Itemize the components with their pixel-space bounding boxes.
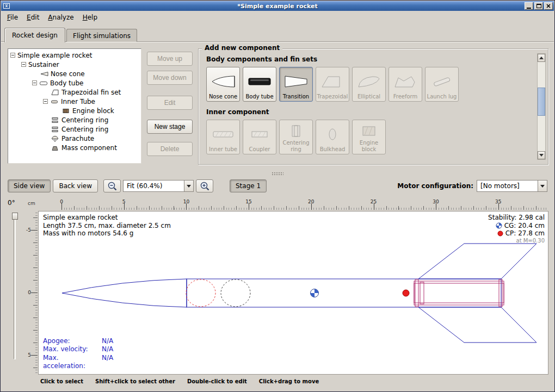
nose-cone-shape[interactable] — [62, 279, 187, 307]
collapse-icon[interactable] — [10, 53, 15, 58]
scrollbar-thumb[interactable] — [538, 88, 545, 116]
stage-1-toggle[interactable]: Stage 1 — [230, 179, 267, 192]
tree-item-label: Inner Tube — [61, 98, 95, 105]
component-button-label: Bulkhead — [320, 146, 346, 153]
dropdown-button[interactable] — [184, 181, 193, 191]
scroll-up-button[interactable] — [538, 54, 545, 62]
tree-item-inner-tube[interactable]: Inner Tube — [8, 97, 141, 106]
cp-value: CP: 27.8 cm — [505, 229, 545, 238]
zoom-in-button[interactable] — [196, 179, 213, 192]
menu-edit[interactable]: Edit — [22, 12, 44, 23]
tree-item-label: Mass component — [61, 144, 117, 152]
component-scrollbar[interactable] — [537, 53, 546, 160]
scroll-down-button[interactable] — [538, 151, 545, 159]
zoom-out-button[interactable] — [103, 179, 121, 192]
tree-item-mass-component[interactable]: Mass component — [8, 143, 141, 152]
tree-item-parachute[interactable]: Parachute — [8, 134, 141, 143]
tab-strip: Rocket design Flight simulations — [1, 25, 554, 42]
inner-components-row: Inner tube Coupler Centering ring Bulkhe… — [206, 120, 548, 154]
fin-lower-shape[interactable] — [418, 307, 536, 343]
tree-item-sustainer[interactable]: Sustainer — [8, 60, 141, 69]
parachute-shape[interactable] — [186, 279, 215, 307]
ruler-ticks — [31, 211, 38, 375]
engine-block-icon — [61, 108, 70, 114]
motor-configuration-select[interactable]: [No motors] — [477, 180, 547, 192]
hint-shift-click: Shift+click to select other — [95, 378, 175, 384]
fin-upper-shape[interactable] — [418, 244, 536, 279]
transition-icon — [283, 70, 309, 94]
rotation-angle-label: 0° — [8, 199, 15, 207]
tree-item-rocket[interactable]: Simple example rocket — [8, 51, 141, 60]
body-components-label: Body components and fin sets — [206, 55, 548, 63]
tree-item-centering-ring[interactable]: Centering ring — [8, 125, 141, 134]
component-button-label: Launch lug — [427, 94, 457, 100]
back-view-button[interactable]: Back view — [53, 179, 98, 192]
component-button-transition[interactable]: Transition — [279, 67, 313, 102]
triangle-down-icon — [539, 154, 544, 157]
maximize-button[interactable] — [534, 2, 543, 10]
nose-cone-icon — [211, 70, 236, 94]
rotation-slider[interactable] — [12, 213, 18, 359]
engine-block-shape[interactable] — [420, 282, 424, 304]
add-component-panel: Add new component Body components and fi… — [198, 48, 548, 165]
component-button-engine-block: Engine block — [352, 120, 386, 154]
nose-cone-icon — [40, 71, 48, 77]
slider-handle[interactable] — [12, 213, 18, 220]
ruler-ticks — [61, 203, 548, 210]
engine-block-icon — [356, 122, 381, 140]
tree-item-centering-ring[interactable]: Centering ring — [8, 115, 141, 125]
view-toolbar: Side view Back view Fit (60.4%) Stage 1 … — [8, 179, 547, 193]
inner-tube-wall-shape[interactable] — [414, 283, 504, 303]
tab-flight-simulations[interactable]: Flight simulations — [66, 29, 137, 42]
ruler-number: -5 — [26, 227, 31, 233]
component-button-freeform: Freeform — [388, 67, 422, 102]
tree-item-label: Sustainer — [28, 61, 59, 69]
body-tube-icon — [39, 80, 48, 86]
window-title: *Simple example rocket — [1, 3, 554, 10]
close-button[interactable] — [544, 2, 553, 10]
horizontal-ruler: 0 5 10 15 20 25 30 35 — [38, 198, 548, 210]
mass-component-shape[interactable] — [221, 279, 250, 307]
tree-item-body-tube[interactable]: Body tube — [8, 78, 141, 88]
component-button-nose-cone[interactable]: Nose cone — [206, 67, 240, 102]
tree-item-label: Trapezoidal fin set — [61, 89, 121, 96]
rocket-info: Simple example rocket Length 37.5 cm, ma… — [43, 214, 171, 238]
collapse-icon[interactable] — [32, 80, 37, 85]
rocket-canvas[interactable]: Simple example rocket Length 37.5 cm, ma… — [38, 211, 548, 375]
tab-rocket-design[interactable]: Rocket design — [4, 28, 65, 42]
apogee-value: N/A — [102, 337, 113, 346]
slider-track[interactable] — [14, 213, 16, 359]
chevron-down-icon — [187, 185, 191, 188]
tree-item-nose-cone[interactable]: Nose cone — [8, 69, 141, 78]
menu-help[interactable]: Help — [78, 12, 102, 23]
minimize-button[interactable] — [525, 2, 533, 10]
tree-item-fin-set[interactable]: Trapezoidal fin set — [8, 88, 141, 97]
split-pane-divider[interactable] — [1, 171, 554, 176]
rocket-dimensions: Length 37.5 cm, max. diameter 2.5 cm — [43, 222, 171, 230]
component-button-launch-lug: Launch lug — [425, 67, 459, 102]
side-view-button[interactable]: Side view — [8, 179, 51, 192]
collapse-icon[interactable] — [21, 62, 26, 67]
tree-item-engine-block[interactable]: Engine block — [8, 106, 141, 115]
stability-info: Stability: 2.98 cal CG: 20.4 cm CP: 27.8… — [488, 214, 545, 244]
zoom-select[interactable]: Fit (60.4%) — [123, 180, 194, 192]
component-button-label: Body tube — [245, 94, 273, 100]
menu-analyze[interactable]: Analyze — [44, 12, 78, 23]
dropdown-button[interactable] — [538, 181, 547, 191]
inner-tube-shape[interactable] — [414, 281, 504, 305]
centering-ring-icon — [51, 117, 59, 123]
hint-double-click: Double-click to edit — [187, 378, 247, 384]
max-velocity-label: Max. velocity: — [43, 345, 102, 354]
app-icon[interactable] — [3, 2, 10, 10]
menu-file[interactable]: File — [3, 12, 22, 23]
component-button-body-tube[interactable]: Body tube — [243, 67, 276, 102]
new-stage-button[interactable]: New stage — [147, 120, 193, 134]
cp-marker-icon — [403, 290, 409, 296]
tree-item-label: Engine block — [72, 107, 114, 115]
centering-ring-icon — [51, 126, 59, 133]
trapezoidal-fin-icon — [320, 70, 345, 94]
hint-click-drag: Click+drag to move — [259, 378, 319, 384]
hint-click-select: Click to select — [40, 378, 83, 384]
component-button-label: Centering ring — [280, 140, 312, 152]
collapse-icon[interactable] — [43, 99, 48, 104]
